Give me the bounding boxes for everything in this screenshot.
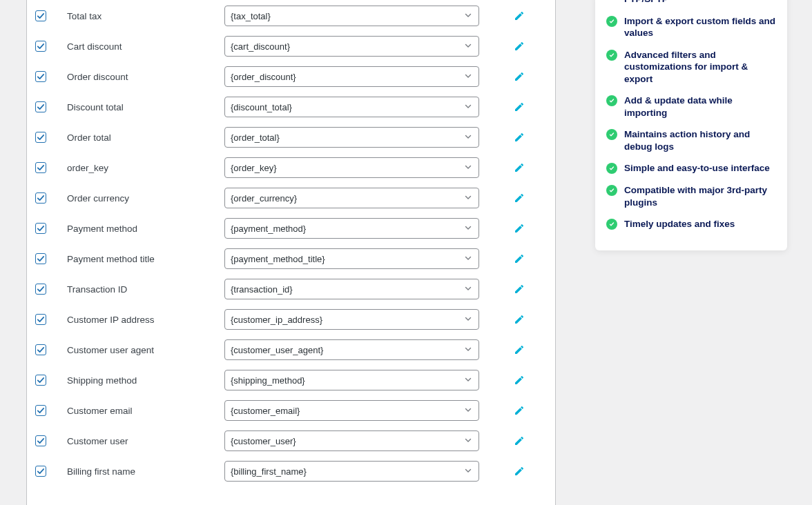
field-row: Customer IP address {customer_ip_address… [34,304,541,335]
field-select[interactable]: {cart_discount} [224,36,479,57]
field-label: Payment method title [67,254,224,264]
field-label: order_key [67,163,224,173]
edit-cell [479,466,528,477]
field-select[interactable]: {customer_user_agent} [224,339,479,360]
select-value: {customer_email} [231,406,300,416]
field-checkbox[interactable] [35,192,46,204]
chevron-down-icon [463,344,473,356]
field-select[interactable]: {order_discount} [224,66,479,87]
field-label: Discount total [67,102,224,112]
pencil-icon[interactable] [514,223,525,234]
checkbox-cell [34,41,67,52]
field-checkbox[interactable] [35,375,46,386]
edit-cell [479,192,528,204]
edit-cell [479,405,528,416]
checkbox-cell [34,101,67,112]
field-checkbox[interactable] [35,253,46,264]
feature-text: Add & update data while importing [624,95,776,119]
select-cell: {customer_email} [224,400,479,421]
field-row: Order discount {order_discount} [34,61,541,92]
field-select[interactable]: {order_currency} [224,188,479,208]
field-select[interactable]: {order_total} [224,127,479,148]
field-select[interactable]: {billing_first_name} [224,461,479,482]
select-cell: {payment_method_title} [224,248,479,269]
field-checkbox[interactable] [35,101,46,112]
checkbox-cell [34,71,67,82]
field-select[interactable]: {transaction_id} [224,279,479,299]
field-checkbox[interactable] [35,132,46,143]
select-cell: {order_currency} [224,188,479,208]
feature-text: Advanced filters and customizations for … [624,49,776,86]
edit-cell [479,71,528,82]
field-row: Order currency {order_currency} [34,183,541,213]
pencil-icon[interactable] [514,253,525,264]
field-label: Payment method [67,224,224,234]
feature-item: Import & export custom fields and values [606,10,776,44]
field-select[interactable]: {order_key} [224,157,479,178]
pencil-icon[interactable] [514,466,525,477]
field-select[interactable]: {shipping_method} [224,370,479,390]
field-label: Shipping method [67,375,224,386]
checkbox-cell [34,162,67,173]
field-select[interactable]: {tax_total} [224,6,479,26]
field-label: Order total [67,132,224,143]
field-checkbox[interactable] [35,405,46,416]
pencil-icon[interactable] [514,284,525,295]
chevron-down-icon [463,253,473,265]
feature-item: Timely updates and fixes [606,213,776,235]
feature-item: Maintains action history and debug logs [606,123,776,157]
pencil-icon[interactable] [514,344,525,355]
field-select[interactable]: {customer_email} [224,400,479,421]
field-row: Shipping method {shipping_method} [34,365,541,395]
field-select[interactable]: {customer_ip_address} [224,309,479,330]
field-select[interactable]: {discount_total} [224,97,479,117]
field-select[interactable]: {customer_user} [224,430,479,451]
select-cell: {customer_user_agent} [224,339,479,360]
chevron-down-icon [463,314,473,326]
select-value: {tax_total} [231,11,271,21]
checkbox-cell [34,223,67,234]
field-checkbox[interactable] [35,314,46,325]
field-label: Customer user [67,436,224,446]
edit-cell [479,223,528,234]
feature-item: Compatible with major 3rd-party plugins [606,179,776,213]
chevron-down-icon [463,71,473,83]
pencil-icon[interactable] [514,132,525,143]
pencil-icon[interactable] [514,314,525,325]
feature-text: Import & export custom fields and values [624,15,776,39]
field-row: Payment method {payment_method} [34,213,541,244]
chevron-down-icon [463,375,473,386]
edit-cell [479,344,528,355]
feature-text: Simple and easy-to-use interface [624,162,770,175]
checkbox-cell [34,284,67,295]
field-checkbox[interactable] [35,41,46,52]
select-cell: {cart_discount} [224,36,479,57]
field-checkbox[interactable] [35,162,46,173]
field-select[interactable]: {payment_method_title} [224,248,479,269]
field-checkbox[interactable] [35,223,46,234]
select-value: {shipping_method} [231,375,305,386]
field-select[interactable]: {payment_method} [224,218,479,239]
field-checkbox[interactable] [35,466,46,477]
field-row: Customer user agent {customer_user_agent… [34,335,541,365]
pencil-icon[interactable] [514,41,525,52]
select-cell: {order_discount} [224,66,479,87]
pencil-icon[interactable] [514,375,525,386]
select-value: {customer_user_agent} [231,345,323,355]
select-value: {customer_ip_address} [231,315,322,325]
pencil-icon[interactable] [514,435,525,446]
field-checkbox[interactable] [35,284,46,295]
checkbox-cell [34,132,67,143]
field-checkbox[interactable] [35,344,46,355]
field-checkbox[interactable] [35,10,46,21]
field-label: Billing first name [67,466,224,477]
pencil-icon[interactable] [514,71,525,82]
pencil-icon[interactable] [514,162,525,173]
pencil-icon[interactable] [514,101,525,112]
pencil-icon[interactable] [514,192,525,204]
field-checkbox[interactable] [35,71,46,82]
pencil-icon[interactable] [514,405,525,416]
select-cell: {customer_ip_address} [224,309,479,330]
field-checkbox[interactable] [35,435,46,446]
pencil-icon[interactable] [514,10,525,21]
